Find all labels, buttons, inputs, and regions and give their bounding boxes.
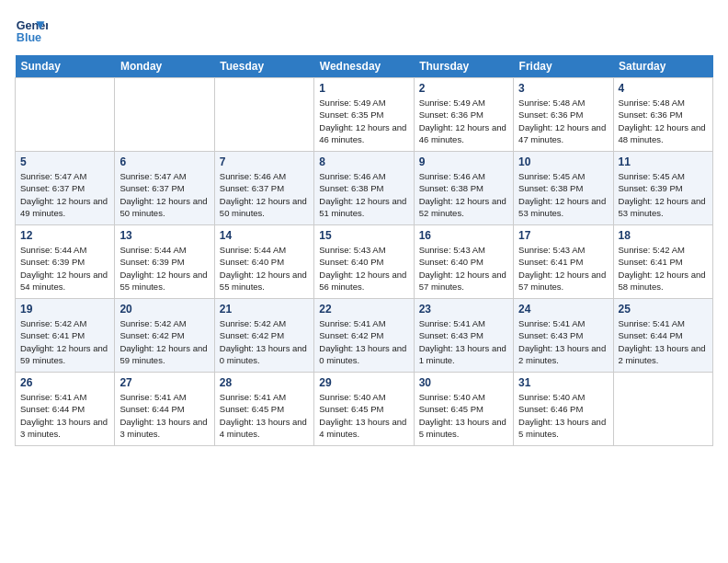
cell-info: Daylight: 12 hours and 54 minutes. [20, 269, 109, 293]
cell-info: Sunrise: 5:44 AM [20, 244, 109, 256]
calendar-cell: 25Sunrise: 5:41 AMSunset: 6:44 PMDayligh… [613, 299, 712, 373]
cell-info: Sunset: 6:39 PM [619, 182, 708, 194]
calendar-cell [613, 373, 712, 446]
calendar-cell: 20Sunrise: 5:42 AMSunset: 6:42 PMDayligh… [115, 299, 214, 373]
cell-info: Sunrise: 5:42 AM [119, 317, 209, 329]
cell-info: Sunset: 6:44 PM [119, 403, 209, 415]
cell-info: Sunset: 6:38 PM [518, 182, 608, 194]
cell-info: Sunrise: 5:44 AM [119, 244, 209, 256]
cell-info: Daylight: 13 hours and 1 minute. [419, 342, 508, 367]
logo-icon: General Blue [15, 15, 48, 48]
calendar-cell: 2Sunrise: 5:49 AMSunset: 6:36 PMDaylight… [414, 78, 513, 152]
cell-info: Sunrise: 5:45 AM [619, 170, 708, 182]
calendar-cell: 18Sunrise: 5:42 AMSunset: 6:41 PMDayligh… [613, 225, 712, 299]
calendar-cell: 10Sunrise: 5:45 AMSunset: 6:38 PMDayligh… [514, 152, 613, 225]
cell-info: Sunrise: 5:49 AM [319, 97, 408, 109]
cell-info: Daylight: 12 hours and 59 minutes. [20, 342, 109, 367]
date-number: 19 [20, 303, 109, 316]
cell-info: Daylight: 13 hours and 0 minutes. [319, 342, 408, 367]
cell-info: Sunset: 6:46 PM [518, 403, 608, 415]
date-number: 3 [518, 82, 608, 95]
cell-info: Daylight: 12 hours and 56 minutes. [319, 269, 408, 293]
cell-info: Sunrise: 5:45 AM [518, 170, 608, 182]
cell-info: Daylight: 12 hours and 50 minutes. [119, 195, 209, 220]
date-number: 5 [20, 155, 109, 168]
calendar-cell: 21Sunrise: 5:42 AMSunset: 6:42 PMDayligh… [214, 299, 313, 373]
date-number: 22 [319, 303, 408, 316]
cell-info: Sunset: 6:45 PM [220, 403, 309, 415]
calendar-cell [115, 78, 214, 152]
date-number: 16 [419, 229, 508, 242]
cell-info: Sunrise: 5:44 AM [220, 244, 309, 256]
date-number: 31 [518, 376, 608, 389]
date-number: 12 [20, 229, 109, 242]
calendar-cell: 13Sunrise: 5:44 AMSunset: 6:39 PMDayligh… [115, 225, 214, 299]
date-number: 17 [518, 229, 608, 242]
date-number: 11 [619, 155, 708, 168]
cell-info: Sunrise: 5:42 AM [20, 317, 109, 329]
cell-info: Daylight: 12 hours and 53 minutes. [518, 195, 608, 220]
cell-info: Daylight: 13 hours and 3 minutes. [20, 416, 109, 441]
date-number: 6 [119, 155, 209, 168]
calendar-cell: 29Sunrise: 5:40 AMSunset: 6:45 PMDayligh… [314, 373, 414, 446]
day-header-monday: Monday [115, 55, 214, 78]
date-number: 2 [419, 82, 508, 95]
cell-info: Sunset: 6:38 PM [319, 182, 408, 194]
calendar-cell [214, 78, 313, 152]
cell-info: Daylight: 12 hours and 59 minutes. [119, 342, 209, 367]
date-number: 28 [220, 376, 309, 389]
cell-info: Sunset: 6:36 PM [619, 109, 708, 121]
date-number: 20 [119, 303, 209, 316]
cell-info: Sunrise: 5:47 AM [119, 170, 209, 182]
cell-info: Sunset: 6:41 PM [619, 256, 708, 268]
cell-info: Sunrise: 5:40 AM [319, 391, 408, 403]
cell-info: Sunset: 6:45 PM [419, 403, 508, 415]
cell-info: Sunrise: 5:48 AM [518, 97, 608, 109]
cell-info: Daylight: 12 hours and 46 minutes. [319, 121, 408, 146]
calendar-cell: 16Sunrise: 5:43 AMSunset: 6:40 PMDayligh… [414, 225, 513, 299]
cell-info: Sunrise: 5:40 AM [419, 391, 508, 403]
cell-info: Sunrise: 5:40 AM [518, 391, 608, 403]
cell-info: Sunrise: 5:49 AM [419, 97, 508, 109]
cell-info: Sunset: 6:43 PM [518, 329, 608, 341]
calendar-cell: 5Sunrise: 5:47 AMSunset: 6:37 PMDaylight… [16, 152, 115, 225]
cell-info: Daylight: 12 hours and 52 minutes. [419, 195, 508, 220]
cell-info: Sunrise: 5:42 AM [619, 244, 708, 256]
date-number: 15 [319, 229, 408, 242]
cell-info: Daylight: 13 hours and 3 minutes. [119, 416, 209, 441]
calendar-cell: 7Sunrise: 5:46 AMSunset: 6:37 PMDaylight… [214, 152, 313, 225]
cell-info: Sunset: 6:38 PM [419, 182, 508, 194]
cell-info: Sunset: 6:37 PM [20, 182, 109, 194]
date-number: 26 [20, 376, 109, 389]
calendar-cell: 30Sunrise: 5:40 AMSunset: 6:45 PMDayligh… [414, 373, 513, 446]
cell-info: Sunrise: 5:41 AM [220, 391, 309, 403]
day-header-saturday: Saturday [613, 55, 712, 78]
date-number: 18 [619, 229, 708, 242]
date-number: 4 [619, 82, 708, 95]
cell-info: Sunrise: 5:41 AM [518, 317, 608, 329]
calendar-cell: 28Sunrise: 5:41 AMSunset: 6:45 PMDayligh… [214, 373, 313, 446]
cell-info: Sunset: 6:43 PM [419, 329, 508, 341]
cell-info: Sunrise: 5:41 AM [619, 317, 708, 329]
calendar-cell: 12Sunrise: 5:44 AMSunset: 6:39 PMDayligh… [16, 225, 115, 299]
cell-info: Sunrise: 5:41 AM [119, 391, 209, 403]
cell-info: Daylight: 12 hours and 58 minutes. [619, 269, 708, 293]
cell-info: Sunset: 6:44 PM [20, 403, 109, 415]
calendar-cell: 31Sunrise: 5:40 AMSunset: 6:46 PMDayligh… [514, 373, 613, 446]
date-number: 9 [419, 155, 508, 168]
date-number: 29 [319, 376, 408, 389]
day-header-wednesday: Wednesday [314, 55, 414, 78]
date-number: 1 [319, 82, 408, 95]
calendar-cell: 3Sunrise: 5:48 AMSunset: 6:36 PMDaylight… [514, 78, 613, 152]
calendar-cell: 8Sunrise: 5:46 AMSunset: 6:38 PMDaylight… [314, 152, 414, 225]
cell-info: Daylight: 12 hours and 51 minutes. [319, 195, 408, 220]
calendar-cell: 23Sunrise: 5:41 AMSunset: 6:43 PMDayligh… [414, 299, 513, 373]
cell-info: Daylight: 13 hours and 5 minutes. [518, 416, 608, 441]
cell-info: Daylight: 13 hours and 2 minutes. [518, 342, 608, 367]
cell-info: Sunset: 6:44 PM [619, 329, 708, 341]
calendar-cell: 17Sunrise: 5:43 AMSunset: 6:41 PMDayligh… [514, 225, 613, 299]
cell-info: Sunrise: 5:43 AM [419, 244, 508, 256]
cell-info: Sunset: 6:41 PM [20, 329, 109, 341]
day-header-tuesday: Tuesday [214, 55, 313, 78]
cell-info: Sunset: 6:35 PM [319, 109, 408, 121]
